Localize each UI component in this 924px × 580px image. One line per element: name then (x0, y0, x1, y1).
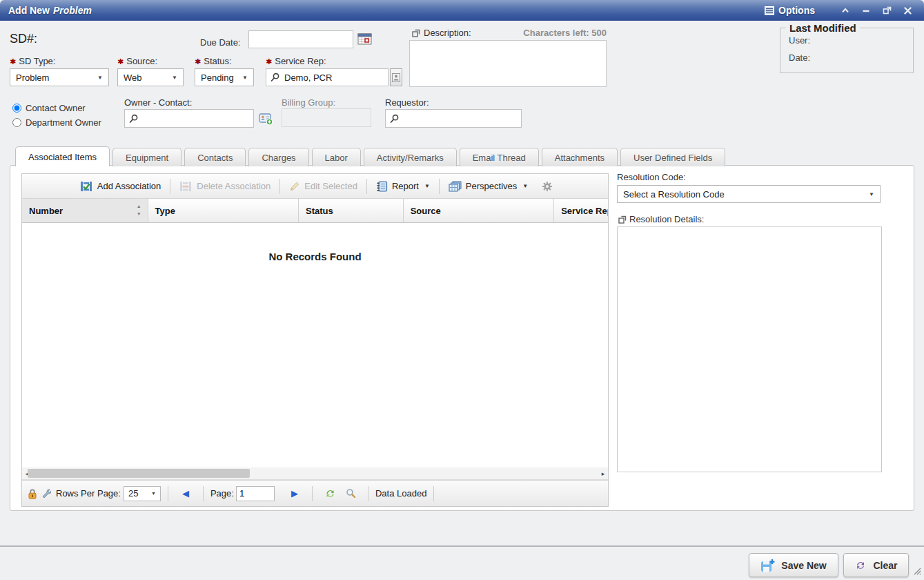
footer-separator (368, 486, 368, 501)
owner-contact-field[interactable] (143, 110, 249, 127)
add-association-label: Add Association (97, 181, 161, 191)
contact-owner-option[interactable]: Contact Owner (12, 103, 86, 113)
close-button[interactable] (899, 3, 916, 18)
owner-contact-input[interactable] (124, 109, 254, 128)
tab-charges[interactable]: Charges (248, 148, 308, 166)
perspectives-button[interactable]: Perspectives ▼ (446, 181, 531, 192)
lock-button[interactable] (28, 488, 37, 499)
toolbar-separator (439, 179, 440, 194)
no-records-message: No Records Found (22, 251, 608, 262)
titlebar[interactable]: Add NewProblem Options (0, 0, 924, 21)
tab-activity-remarks[interactable]: Activity/Remarks (364, 148, 457, 166)
tab-user-defined-fields[interactable]: User Defined Fields (620, 148, 725, 166)
tab-email-thread[interactable]: Email Thread (460, 148, 539, 166)
tab-equipment[interactable]: Equipment (112, 148, 181, 166)
add-new-problem-window: Add NewProblem Options SD#: Du (0, 0, 924, 580)
search-records-button[interactable] (346, 488, 356, 499)
service-rep-input[interactable]: Demo, PCR (266, 68, 389, 86)
clear-icon (854, 560, 867, 571)
resize-grip[interactable] (912, 566, 921, 578)
sd-type-select[interactable]: Problem▼ (10, 68, 109, 86)
rows-per-page-select[interactable]: 25 ▼ (124, 486, 161, 501)
resolution-details-textarea[interactable] (617, 226, 882, 472)
requestor-field[interactable] (404, 110, 517, 127)
last-modified-title: Last Modified (786, 22, 860, 34)
next-page-button[interactable]: ▶ (275, 488, 305, 499)
horizontal-scrollbar[interactable]: ◂ ▸ (22, 467, 608, 480)
minimize-icon (862, 7, 870, 14)
delete-association-icon (179, 181, 193, 192)
service-rep-lookup-button[interactable] (390, 68, 402, 86)
report-button[interactable]: Report ▼ (373, 181, 433, 192)
tab-strip: Associated Items Equipment Contacts Char… (15, 146, 725, 166)
characters-left-counter: Characters left: 500 (511, 28, 607, 38)
sd-type-label: ✱SD Type: (10, 56, 55, 66)
footer-separator (203, 486, 204, 501)
column-header-number[interactable]: Number ▲▼ (22, 199, 148, 222)
sort-icon: ▲▼ (137, 202, 141, 218)
popout-icon[interactable] (412, 29, 420, 37)
associations-grid: Add Association Delete Association (21, 173, 609, 507)
contact-owner-label: Contact Owner (26, 103, 86, 113)
popout-icon[interactable] (618, 215, 627, 224)
scroll-right-button[interactable]: ▸ (598, 470, 608, 477)
calendar-button[interactable] (357, 31, 372, 46)
column-header-type[interactable]: Type (148, 199, 299, 222)
source-label: ✱Source: (117, 56, 157, 66)
gear-icon (542, 181, 553, 192)
tab-attachments[interactable]: Attachments (542, 148, 618, 166)
requestor-input[interactable] (385, 109, 522, 128)
resolution-code-select[interactable]: Select a Resolution Code ▼ (617, 185, 881, 203)
scroll-thumb[interactable] (28, 469, 250, 478)
save-new-button[interactable]: Save New (749, 553, 838, 577)
column-header-status[interactable]: Status (299, 199, 404, 222)
resolution-code-label: Resolution Code: (617, 172, 686, 182)
save-icon (760, 559, 775, 572)
clear-button[interactable]: Clear (843, 553, 909, 577)
chevron-down-icon: ▼ (97, 75, 103, 81)
department-owner-radio[interactable] (12, 118, 21, 127)
maximize-icon (883, 6, 892, 14)
page-input[interactable] (236, 486, 275, 501)
add-contact-button[interactable] (258, 112, 273, 126)
delete-association-button[interactable]: Delete Association (177, 181, 273, 192)
refresh-icon (324, 488, 336, 499)
search-icon (271, 72, 280, 82)
description-textarea[interactable] (409, 40, 607, 87)
status-select[interactable]: Pending▼ (195, 68, 254, 86)
tab-labor[interactable]: Labor (312, 148, 361, 166)
wrench-icon (41, 488, 51, 499)
column-header-source[interactable]: Source (404, 199, 554, 222)
refresh-button[interactable] (324, 488, 336, 499)
edit-selected-button[interactable]: Edit Selected (286, 181, 360, 192)
maximize-button[interactable] (878, 3, 895, 18)
description-label-row: Description: (412, 28, 471, 38)
customize-button[interactable] (41, 488, 51, 499)
collapse-button[interactable] (837, 3, 854, 18)
due-date-input[interactable] (248, 30, 353, 48)
minimize-button[interactable] (858, 3, 874, 18)
add-association-button[interactable]: Add Association (77, 181, 164, 192)
department-owner-option[interactable]: Department Owner (12, 117, 101, 128)
contact-owner-radio[interactable] (12, 104, 21, 113)
tab-associated-items[interactable]: Associated Items (15, 146, 110, 166)
grid-status-text: Data Loaded (375, 488, 426, 499)
window-title-prefix: Add New (8, 5, 50, 16)
prev-page-button[interactable]: ◀ (175, 488, 196, 499)
due-date-field[interactable] (253, 31, 348, 48)
rows-per-page-value: 25 (128, 488, 138, 499)
required-asterisk: ✱ (195, 57, 201, 66)
source-select[interactable]: Web▼ (117, 68, 184, 86)
description-label: Description: (424, 28, 471, 38)
service-rep-label: ✱Service Rep: (266, 56, 326, 66)
grid-settings-button[interactable] (542, 181, 553, 192)
grid-footer: Rows Per Page: 25 ▼ ◀ Page: ▶ (22, 480, 608, 506)
column-header-service-rep[interactable]: Service Rep (554, 199, 608, 222)
person-icon (392, 73, 400, 82)
tab-contacts[interactable]: Contacts (184, 148, 246, 166)
chevron-down-icon: ▼ (522, 183, 528, 189)
toolbar-separator (170, 179, 170, 194)
tab-panel: Associated Items Equipment Contacts Char… (10, 146, 914, 511)
perspectives-label: Perspectives (466, 181, 517, 191)
options-button[interactable]: Options (765, 5, 815, 16)
